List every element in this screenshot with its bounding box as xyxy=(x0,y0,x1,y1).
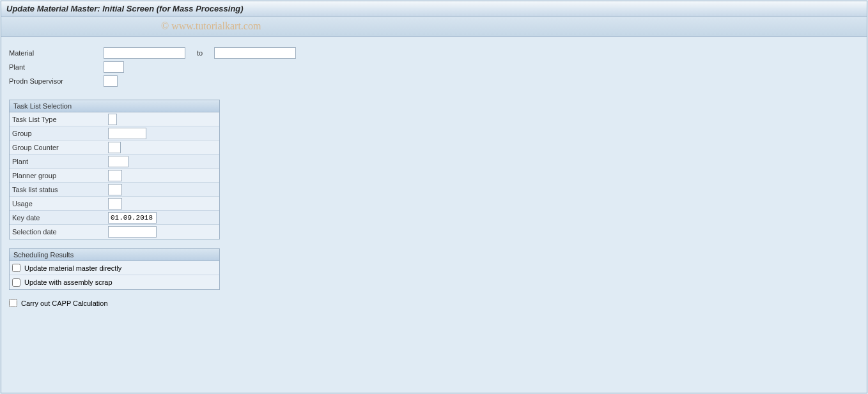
usage-input[interactable] xyxy=(108,198,122,209)
task-list-status-input[interactable] xyxy=(108,184,122,195)
to-label: to xyxy=(197,49,203,57)
material-row: Material to xyxy=(9,46,859,60)
usage-label: Usage xyxy=(12,200,108,208)
material-from-input[interactable] xyxy=(104,47,185,59)
group-counter-input[interactable] xyxy=(108,142,121,153)
scheduling-results-group: Scheduling Results Update material maste… xyxy=(9,248,220,290)
tl-plant-input[interactable] xyxy=(108,156,128,167)
content-area: Material to Plant Prodn Supervisor Task … xyxy=(1,37,867,316)
capp-row: Carry out CAPP Calculation xyxy=(9,299,859,307)
material-to-input[interactable] xyxy=(214,47,296,59)
plant-label: Plant xyxy=(9,63,104,71)
plant-input[interactable] xyxy=(104,61,124,73)
top-fields-section: Material to Plant Prodn Supervisor xyxy=(9,46,859,88)
group-counter-row: Group Counter xyxy=(10,140,219,155)
plant-row: Plant xyxy=(9,60,859,74)
watermark: © www.tutorialkart.com xyxy=(161,20,261,32)
usage-row: Usage xyxy=(10,197,219,211)
update-direct-row: Update material master directly xyxy=(10,261,219,275)
selection-date-label: Selection date xyxy=(12,228,108,236)
task-list-status-row: Task list status xyxy=(10,183,219,197)
tl-plant-row: Plant xyxy=(10,155,219,169)
task-list-selection-header: Task List Selection xyxy=(10,100,219,112)
tl-plant-label: Plant xyxy=(12,158,108,165)
task-list-status-label: Task list status xyxy=(12,186,108,193)
prodn-supervisor-row: Prodn Supervisor xyxy=(9,74,859,88)
main-window: Update Material Master: Initial Screen (… xyxy=(1,1,867,393)
task-list-type-label: Task List Type xyxy=(12,116,108,123)
capp-label: Carry out CAPP Calculation xyxy=(21,299,108,307)
selection-date-input[interactable] xyxy=(108,226,157,238)
update-scrap-label: Update with assembly scrap xyxy=(24,278,112,286)
planner-group-label: Planner group xyxy=(12,172,108,179)
update-direct-label: Update material master directly xyxy=(24,264,121,272)
capp-checkbox[interactable] xyxy=(9,299,17,307)
update-scrap-row: Update with assembly scrap xyxy=(10,275,219,289)
group-label: Group xyxy=(12,130,108,137)
prodn-supervisor-input[interactable] xyxy=(104,75,118,87)
group-input[interactable] xyxy=(108,128,146,139)
task-list-body: Task List Type Group Group Counter Plant… xyxy=(10,112,219,239)
page-title: Update Material Master: Initial Screen (… xyxy=(6,4,244,13)
group-counter-label: Group Counter xyxy=(12,144,108,151)
toolbar: © www.tutorialkart.com xyxy=(1,17,867,37)
planner-group-input[interactable] xyxy=(108,170,122,181)
key-date-label: Key date xyxy=(12,214,108,222)
prodn-supervisor-label: Prodn Supervisor xyxy=(9,77,104,85)
task-list-type-row: Task List Type xyxy=(10,112,219,126)
update-scrap-checkbox[interactable] xyxy=(12,278,20,287)
task-list-type-input[interactable] xyxy=(108,114,117,125)
material-label: Material xyxy=(9,49,104,57)
task-list-selection-group: Task List Selection Task List Type Group… xyxy=(9,100,220,239)
key-date-input[interactable] xyxy=(108,212,157,224)
scheduling-body: Update material master directly Update w… xyxy=(10,261,219,289)
update-direct-checkbox[interactable] xyxy=(12,264,20,272)
scheduling-results-header: Scheduling Results xyxy=(10,249,219,261)
group-row: Group xyxy=(10,126,219,140)
planner-group-row: Planner group xyxy=(10,169,219,183)
title-bar: Update Material Master: Initial Screen (… xyxy=(1,1,867,17)
key-date-row: Key date xyxy=(10,211,219,225)
selection-date-row: Selection date xyxy=(10,225,219,239)
